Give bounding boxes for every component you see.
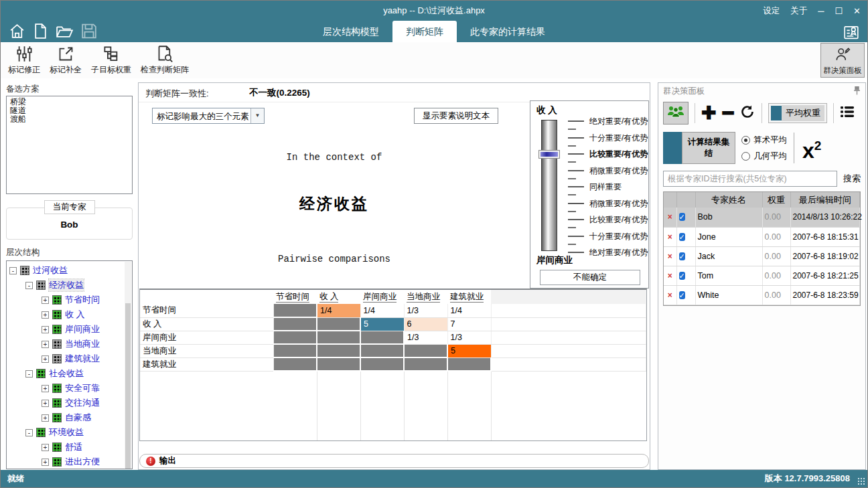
tab-hierarchy-model[interactable]: 层次结构模型 — [309, 21, 392, 42]
judgment-matrix-table[interactable]: 节省时间收 入岸间商业当地商业建筑就业节省时间1/41/41/31/4收 入56… — [139, 289, 647, 441]
aggregate-results-button[interactable]: 计算结果集结 — [682, 132, 735, 164]
tree-node[interactable]: + 交往沟通 — [7, 396, 132, 410]
expand-icon[interactable]: + — [42, 341, 49, 348]
add-expert-button[interactable]: ✚ — [701, 103, 717, 123]
checked-checkbox-icon[interactable]: ✓ — [679, 213, 685, 221]
expand-icon[interactable]: + — [42, 444, 49, 451]
tree-node[interactable]: + 收 入 — [7, 307, 132, 322]
matrix-cell[interactable]: 1/4 — [360, 304, 404, 317]
expert-checkbox[interactable]: ✓ — [676, 285, 695, 305]
refresh-icon[interactable] — [739, 104, 755, 123]
stamp-icon[interactable] — [843, 23, 859, 43]
alternative-item[interactable]: 隧道 — [10, 106, 129, 115]
radio-geometric-mean[interactable]: 几何平均 — [741, 151, 787, 162]
expert-row[interactable]: × ✓ White 0.00 2007-6-8 18:23:59 — [664, 285, 860, 305]
tree-node[interactable]: + 建筑就业 — [7, 351, 132, 366]
scrollbar-thumb[interactable] — [125, 303, 131, 469]
matrix-cell[interactable]: 1/4 — [447, 304, 491, 317]
tree-node[interactable]: + 舒适 — [7, 440, 132, 455]
delete-expert-icon[interactable]: × — [664, 266, 676, 285]
tab-expert-results[interactable]: 此专家的计算结果 — [457, 21, 559, 42]
alternatives-list[interactable]: 桥梁隧道渡船 — [6, 96, 133, 194]
group-decision-panel-toggle[interactable]: 群决策面板 — [820, 43, 865, 78]
alternative-item[interactable]: 桥梁 — [10, 98, 129, 106]
matrix-cell[interactable]: 1/4 — [317, 304, 360, 317]
expert-search-input[interactable] — [663, 171, 837, 187]
tree-node[interactable]: + 节省时间 — [7, 293, 132, 307]
expand-icon[interactable]: + — [42, 385, 49, 392]
expert-checkbox[interactable]: ✓ — [676, 208, 695, 227]
menu-settings[interactable]: 设定 — [763, 5, 780, 17]
tree-node[interactable]: + 岸间商业 — [7, 322, 132, 337]
matrix-cell[interactable]: 1/3 — [404, 304, 447, 317]
matrix-cell[interactable]: 5 — [447, 344, 491, 357]
checked-checkbox-icon[interactable]: ✓ — [679, 272, 685, 280]
tree-node[interactable]: + 安全可靠 — [7, 381, 132, 396]
maximize-button[interactable]: ☐ — [835, 6, 843, 16]
subgoal-weight-button[interactable]: 子目标权重 — [89, 44, 133, 77]
delete-expert-icon[interactable]: × — [664, 285, 676, 305]
expert-row[interactable]: × ✓ Jone 0.00 2007-6-8 18:15:31 — [664, 227, 860, 246]
collapse-icon[interactable]: - — [25, 370, 33, 378]
chevron-down-icon[interactable]: ▼ — [250, 108, 264, 123]
tree-node[interactable]: - 经济收益 — [7, 278, 132, 293]
alternative-item[interactable]: 渡船 — [10, 115, 129, 124]
matrix-cell[interactable]: 5 — [360, 317, 404, 331]
mark-fix-button[interactable]: 标记修正 — [6, 44, 42, 77]
output-bar[interactable]: ! 输出 — [139, 454, 649, 468]
tree-node[interactable]: - 环境收益 — [7, 425, 132, 440]
delete-expert-icon[interactable]: × — [664, 208, 676, 227]
matrix-cell[interactable] — [317, 344, 360, 357]
experts-table[interactable]: 专家姓名 权重 最后编辑时间 × ✓ Bob 0.00 2014/8/13 10… — [663, 191, 861, 306]
checked-checkbox-icon[interactable]: ✓ — [679, 291, 685, 299]
menu-about[interactable]: 关于 — [790, 5, 807, 17]
list-icon[interactable] — [840, 105, 855, 121]
matrix-cell[interactable] — [317, 331, 360, 344]
expand-icon[interactable]: + — [42, 414, 49, 422]
expand-icon[interactable]: + — [42, 297, 49, 304]
matrix-cell[interactable]: 1/3 — [404, 331, 447, 344]
matrix-cell[interactable]: 6 — [404, 317, 447, 331]
matrix-cell[interactable] — [273, 304, 317, 317]
expand-icon[interactable]: + — [42, 326, 49, 333]
mark-complete-button[interactable]: 标记补全 — [48, 44, 84, 77]
search-button[interactable]: 搜索 — [843, 173, 861, 185]
collapse-icon[interactable]: - — [25, 282, 33, 289]
minimize-button[interactable]: ─ — [818, 6, 824, 16]
resize-grip[interactable] — [857, 477, 865, 485]
matrix-cell[interactable] — [273, 344, 317, 357]
matrix-cell[interactable] — [360, 357, 404, 371]
close-button[interactable]: ✕ — [853, 6, 861, 16]
collapse-icon[interactable]: - — [9, 267, 17, 274]
matrix-cell[interactable] — [404, 357, 447, 371]
matrix-cell[interactable] — [360, 331, 404, 344]
expand-icon[interactable]: + — [42, 400, 49, 407]
tree-node[interactable]: - 社会收益 — [7, 366, 132, 381]
collapse-icon[interactable]: - — [25, 429, 33, 436]
hierarchy-tree[interactable]: - 过河收益 - 经济收益 + 节省时间 + 收 入 + 岸间商业 + 当地商业… — [6, 260, 133, 469]
pin-icon[interactable] — [853, 86, 861, 97]
remove-expert-button[interactable]: ━ — [723, 103, 733, 123]
expert-row[interactable]: × ✓ Jack 0.00 2007-6-8 18:19:02 — [664, 246, 860, 266]
expert-row[interactable]: × ✓ Tom 0.00 2007-6-8 18:21:25 — [664, 266, 860, 285]
matrix-cell[interactable]: 7 — [447, 317, 491, 331]
matrix-cell[interactable] — [273, 357, 317, 371]
tree-node[interactable]: + 自豪感 — [7, 410, 132, 425]
average-weight-button[interactable]: 平均权重 — [768, 103, 827, 123]
matrix-cell[interactable] — [273, 317, 317, 331]
expert-row[interactable]: × ✓ Bob 0.00 2014/8/13 10:26:22 — [664, 208, 860, 227]
scale-slider-track[interactable] — [541, 120, 557, 251]
experts-group-button[interactable] — [663, 102, 689, 125]
delete-expert-icon[interactable]: × — [664, 227, 676, 246]
expand-icon[interactable]: + — [42, 311, 49, 319]
expert-checkbox[interactable]: ✓ — [676, 246, 695, 266]
matrix-cell[interactable] — [273, 331, 317, 344]
matrix-cell[interactable] — [447, 357, 491, 371]
tab-judgment-matrix[interactable]: 判断矩阵 — [392, 21, 457, 42]
delete-expert-icon[interactable]: × — [664, 246, 676, 266]
check-matrix-button[interactable]: 检查判断矩阵 — [139, 44, 191, 77]
tree-node[interactable]: + 进出方便 — [7, 455, 132, 469]
expert-checkbox[interactable]: ✓ — [676, 227, 695, 246]
checked-checkbox-icon[interactable]: ✓ — [679, 233, 685, 241]
matrix-cell[interactable] — [317, 357, 360, 371]
